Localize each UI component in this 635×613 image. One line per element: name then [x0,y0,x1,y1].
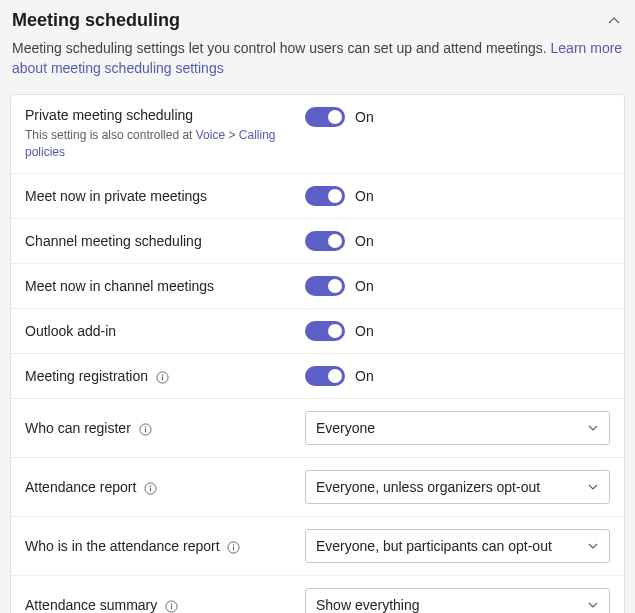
toggle-state-label: On [355,109,374,125]
select-value: Show everything [316,597,420,613]
row-control: On [305,366,610,386]
row-subtext: This setting is also controlled at Voice… [25,127,295,161]
row-label: Who is in the attendance report [25,538,305,554]
select-value: Everyone [316,420,375,436]
toggle-meet-now-channel[interactable] [305,276,345,296]
row-meet-now-channel: Meet now in channel meetings On [11,264,624,309]
toggle-private-meeting[interactable] [305,107,345,127]
label-text: Who can register [25,420,131,436]
label-text: Who is in the attendance report [25,538,220,554]
svg-point-7 [150,485,151,486]
toggle-state-label: On [355,323,374,339]
label-text: Outlook add-in [25,323,116,339]
row-label: Private meeting scheduling This setting … [25,107,305,161]
label-text: Meet now in private meetings [25,188,207,204]
toggle-state-label: On [355,188,374,204]
subtext-prefix: This setting is also controlled at [25,128,196,142]
info-icon[interactable] [156,371,169,384]
row-label: Channel meeting scheduling [25,233,305,249]
toggle-outlook-addin[interactable] [305,321,345,341]
row-control: On [305,186,610,206]
meeting-scheduling-section: Meeting scheduling Meeting scheduling se… [0,0,635,613]
info-icon[interactable] [227,541,240,554]
label-text: Meeting registration [25,368,148,384]
svg-rect-11 [233,546,234,550]
row-control: On [305,107,610,127]
svg-point-1 [162,374,163,375]
toggle-meeting-registration[interactable] [305,366,345,386]
info-icon[interactable] [139,423,152,436]
chevron-down-icon [587,540,599,552]
select-who-can-register[interactable]: Everyone [305,411,610,445]
toggle-state-label: On [355,278,374,294]
toggle-state-label: On [355,368,374,384]
chevron-down-icon [587,422,599,434]
collapse-chevron-icon[interactable] [605,12,623,30]
description-text: Meeting scheduling settings let you cont… [12,40,551,56]
label-text: Attendance report [25,479,136,495]
row-meeting-registration: Meeting registration On [11,354,624,399]
toggle-meet-now-private[interactable] [305,186,345,206]
info-icon[interactable] [165,600,178,613]
row-control: Everyone, unless organizers opt-out [305,470,610,504]
svg-point-4 [144,426,145,427]
label-text: Attendance summary [25,597,157,613]
label-text: Private meeting scheduling [25,107,295,123]
toggle-channel-scheduling[interactable] [305,231,345,251]
row-who-in-attendance-report: Who is in the attendance report Everyone… [11,517,624,576]
row-label: Meeting registration [25,368,305,384]
select-attendance-report[interactable]: Everyone, unless organizers opt-out [305,470,610,504]
row-label: Meet now in private meetings [25,188,305,204]
row-attendance-report: Attendance report Everyone, unless organ… [11,458,624,517]
select-who-in-attendance-report[interactable]: Everyone, but participants can opt-out [305,529,610,563]
row-label: Attendance summary [25,597,305,613]
row-control: Everyone, but participants can opt-out [305,529,610,563]
row-label: Meet now in channel meetings [25,278,305,294]
svg-rect-14 [171,605,172,609]
subtext-sep: > [225,128,239,142]
label-text: Channel meeting scheduling [25,233,202,249]
svg-rect-2 [162,376,163,380]
row-control: On [305,276,610,296]
svg-rect-8 [150,487,151,491]
row-meet-now-private: Meet now in private meetings On [11,174,624,219]
row-attendance-summary: Attendance summary Show everything [11,576,624,613]
info-icon[interactable] [144,482,157,495]
row-control: Everyone [305,411,610,445]
select-value: Everyone, unless organizers opt-out [316,479,540,495]
row-label: Who can register [25,420,305,436]
section-header: Meeting scheduling [0,0,635,37]
section-description: Meeting scheduling settings let you cont… [0,37,635,94]
row-label: Outlook add-in [25,323,305,339]
row-control: Show everything [305,588,610,613]
row-outlook-addin: Outlook add-in On [11,309,624,354]
svg-point-13 [171,603,172,604]
chevron-down-icon [587,481,599,493]
section-title: Meeting scheduling [12,10,180,31]
row-label: Attendance report [25,479,305,495]
label-text: Meet now in channel meetings [25,278,214,294]
voice-link[interactable]: Voice [196,128,225,142]
chevron-down-icon [587,599,599,611]
svg-rect-5 [145,428,146,432]
row-control: On [305,231,610,251]
row-who-can-register: Who can register Everyone [11,399,624,458]
row-control: On [305,321,610,341]
select-value: Everyone, but participants can opt-out [316,538,552,554]
toggle-state-label: On [355,233,374,249]
row-private-meeting-scheduling: Private meeting scheduling This setting … [11,95,624,174]
svg-point-10 [233,544,234,545]
row-channel-scheduling: Channel meeting scheduling On [11,219,624,264]
select-attendance-summary[interactable]: Show everything [305,588,610,613]
settings-card: Private meeting scheduling This setting … [10,94,625,613]
